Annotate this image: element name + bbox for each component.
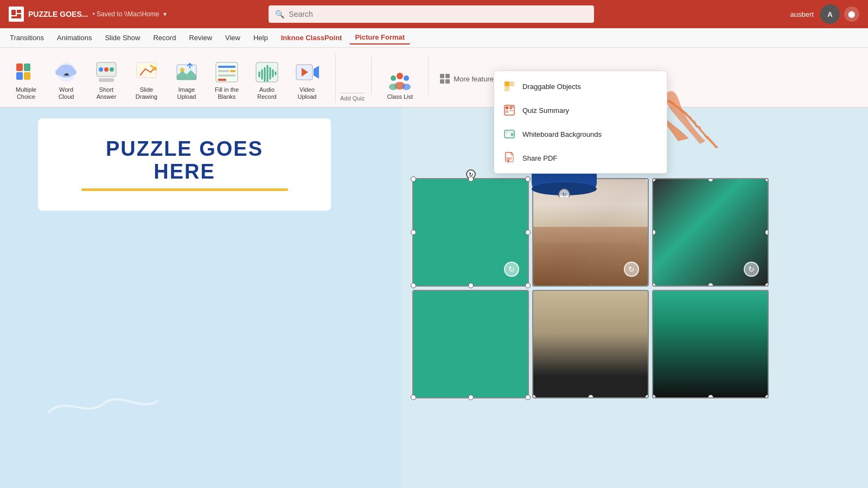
svg-rect-30 — [218, 70, 229, 72]
puzzle-cell-3[interactable]: ↻ ↻ — [652, 178, 769, 287]
record-icon: ⬤ — [848, 10, 855, 18]
quiz-summary-icon — [503, 104, 516, 117]
search-icon: 🔍 — [275, 10, 284, 18]
sel-dot — [411, 176, 416, 182]
ribbon-audio-record[interactable]: AudioRecord — [247, 55, 286, 103]
ribbon-video-upload[interactable]: VideoUpload — [288, 55, 327, 103]
sel-dot — [468, 395, 474, 400]
image-upload-icon — [174, 59, 200, 85]
menu-item-review[interactable]: Review — [183, 31, 218, 44]
save-dropdown-icon[interactable]: ▾ — [163, 10, 167, 18]
title-bar: PUZZLE GOES... • Saved to \\Mac\Home ▾ 🔍… — [0, 0, 868, 28]
puzzle-cell-6[interactable] — [652, 290, 769, 398]
ribbon-multiple-choice[interactable]: MultipleChoice — [7, 55, 46, 103]
username: ausbert — [790, 10, 814, 18]
svg-rect-5 — [24, 64, 30, 71]
svg-rect-65 — [509, 108, 512, 109]
menu-item-transitions[interactable]: Transitions — [4, 31, 49, 44]
cell-rotate-2[interactable]: ↻ — [624, 262, 639, 277]
word-cloud-label: WordCloud — [59, 86, 74, 100]
sel-dot — [525, 283, 531, 288]
quiz-summary-label: Quiz Summary — [522, 106, 569, 115]
class-list-label: Class List — [387, 93, 413, 100]
short-answer-label: ShortAnswer — [97, 86, 117, 100]
menu-item-view[interactable]: View — [220, 31, 246, 44]
video-upload-icon — [294, 59, 320, 85]
sel-dot — [411, 395, 416, 400]
more-features-label: More features — [454, 75, 497, 83]
ribbon-image-upload[interactable]: ImageUpload — [167, 55, 206, 103]
sel-dot — [765, 178, 769, 182]
whiteboard-backgrounds-icon — [503, 128, 516, 141]
dropdown-whiteboard-backgrounds[interactable]: Whiteboard Backgrounds — [494, 122, 667, 146]
image-upload-label: ImageUpload — [177, 86, 196, 100]
puzzle-cell-5[interactable] — [532, 290, 649, 398]
svg-rect-59 — [505, 86, 509, 91]
ribbon-short-answer[interactable]: ShortAnswer — [87, 55, 126, 103]
svg-rect-64 — [509, 110, 513, 111]
svg-rect-7 — [24, 72, 30, 80]
svg-point-52 — [402, 84, 411, 90]
slide-canvas: PUZZLE GOESHERE — [0, 107, 401, 488]
puzzle-cell-4[interactable] — [412, 290, 529, 398]
whiteboard-backgrounds-label: Whiteboard Backgrounds — [522, 130, 602, 138]
cell-rotate-3[interactable]: ↻ — [744, 262, 759, 277]
search-bar[interactable]: 🔍 — [269, 5, 594, 23]
svg-point-47 — [397, 73, 403, 79]
class-list-icon — [387, 67, 413, 93]
audio-record-label: AudioRecord — [257, 86, 276, 100]
svg-rect-54 — [445, 74, 450, 78]
puzzle-underline — [81, 188, 288, 191]
svg-rect-62 — [506, 110, 508, 113]
slide-drawing-icon — [133, 59, 159, 85]
menu-item-classpoint[interactable]: Inknoe ClassPoint — [276, 31, 348, 44]
draggable-objects-label: Draggable Objects — [522, 83, 581, 91]
dropdown-share-pdf[interactable]: PDF Share PDF — [494, 146, 667, 170]
puzzle-cell-1[interactable]: ↻ ↻ — [412, 178, 529, 287]
svg-point-67 — [510, 133, 514, 136]
svg-text:☁: ☁ — [63, 71, 69, 77]
svg-rect-56 — [445, 79, 450, 84]
menu-item-help[interactable]: Help — [248, 31, 273, 44]
sel-dot — [708, 395, 713, 398]
sel-dot — [652, 178, 656, 182]
add-quiz-label: Add Quiz — [340, 93, 365, 102]
svg-rect-53 — [440, 74, 444, 78]
word-cloud-icon: ☁ — [53, 59, 79, 85]
record-button[interactable]: ⬤ — [844, 7, 859, 22]
sel-dot — [532, 395, 536, 398]
search-input[interactable] — [289, 10, 588, 18]
ribbon-fill-blanks[interactable]: Fill in theBlanks — [207, 55, 246, 103]
menu-item-animations[interactable]: Animations — [52, 31, 97, 44]
sel-dot — [652, 395, 656, 398]
menu-item-slideshow[interactable]: Slide Show — [99, 31, 145, 44]
multiple-choice-label: MultipleChoice — [16, 86, 36, 100]
menu-item-picture-format[interactable]: Picture Format — [349, 31, 410, 45]
title-bar-left: PUZZLE GOES... • Saved to \\Mac\Home ▾ — [9, 7, 167, 22]
save-status: • Saved to \\Mac\Home ▾ — [92, 10, 166, 18]
svg-point-23 — [154, 67, 157, 71]
ribbon-class-list[interactable]: Class List — [378, 55, 422, 103]
dropdown-draggable-objects[interactable]: Draggable Objects — [494, 74, 667, 98]
sel-dot — [411, 283, 416, 288]
app-icon — [9, 7, 24, 22]
sel-dot — [525, 395, 531, 400]
audio-record-icon — [254, 59, 280, 85]
fill-blanks-icon — [214, 59, 240, 85]
short-answer-icon — [93, 59, 119, 85]
svg-marker-45 — [314, 66, 319, 79]
svg-rect-3 — [11, 16, 21, 18]
ribbon-slide-drawing[interactable]: SlideDrawing — [127, 55, 166, 103]
multiple-choice-icon — [13, 59, 39, 85]
svg-rect-61 — [506, 106, 508, 109]
menu-item-record[interactable]: Record — [148, 31, 181, 44]
ribbon-word-cloud[interactable]: ☁ WordCloud — [47, 55, 86, 103]
sel-dot — [765, 395, 769, 398]
puzzle-grid: ↻ ↻ ↻ — [412, 178, 769, 398]
dropdown-quiz-summary[interactable]: Quiz Summary — [494, 98, 667, 122]
grid-icon — [439, 73, 450, 84]
cell-rotate-1[interactable]: ↻ — [504, 262, 519, 277]
slide-drawing-label: SlideDrawing — [136, 86, 157, 100]
svg-point-18 — [110, 67, 114, 72]
avatar[interactable]: A — [820, 4, 840, 24]
